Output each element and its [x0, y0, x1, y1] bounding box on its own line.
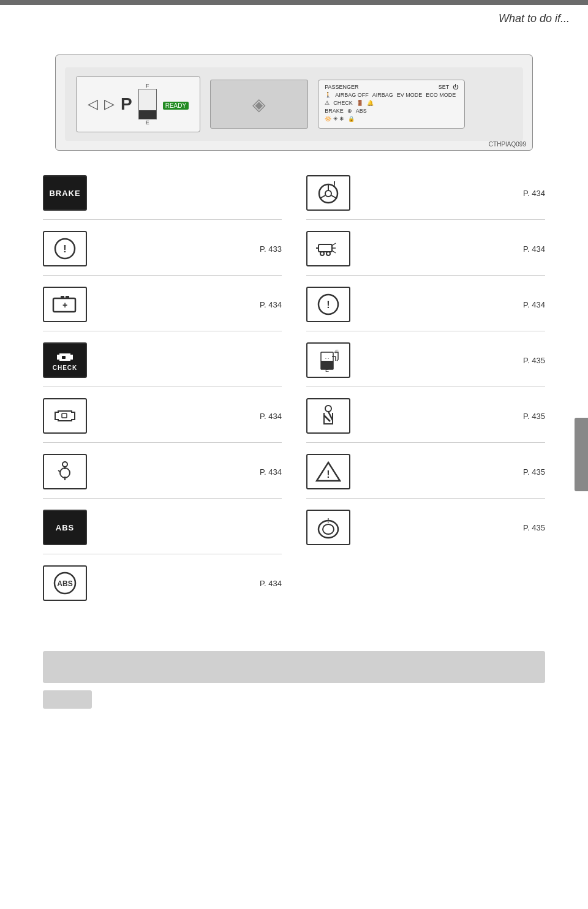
bell-icon: 🔔	[367, 100, 374, 106]
svg-text:+: +	[62, 300, 67, 310]
battery-icon: +	[51, 293, 78, 315]
engine-light-icon	[52, 405, 78, 427]
power-icon: ⏻	[453, 84, 458, 90]
warning-abs-text: ABS	[43, 510, 282, 554]
set-label: SET	[439, 84, 450, 90]
cluster-row-1: PASSENGER SET ⏻	[325, 84, 458, 90]
cluster-left: ◁ ▷ P F E READY	[76, 76, 200, 132]
abs-text-box: ABS	[43, 510, 87, 545]
fuel-gauge-cluster: F E	[138, 83, 157, 126]
svg-text:!: !	[333, 181, 336, 189]
svg-text:!: !	[63, 244, 66, 254]
warning-steering: ! P. 434	[306, 175, 545, 220]
warning-master2: ! P. 434	[306, 287, 545, 331]
warning-seatbelt: P. 435	[306, 398, 545, 443]
ready-badge-container: READY	[163, 99, 189, 110]
warning-engine-light: P. 434	[43, 398, 282, 443]
engine-icon-dark	[55, 350, 75, 364]
brake-icon-box: BRAKE	[43, 175, 87, 211]
lock-icon: 🔒	[348, 116, 355, 122]
warning-brake: BRAKE	[43, 175, 282, 220]
svg-text:E: E	[325, 367, 329, 373]
fuel-f-label: F	[146, 83, 149, 89]
image-code-label: CTHPIAQ099	[489, 141, 526, 148]
abs-page-ref: P. 434	[255, 579, 282, 588]
person-icon: 🚶	[325, 92, 331, 98]
svg-point-9	[60, 468, 70, 478]
brake-label: BRAKE	[325, 108, 344, 114]
dashboard-inner: ◁ ▷ P F E READY ◈ PASSENGER SET ⏻	[65, 67, 523, 141]
steering-icon-box: !	[306, 175, 350, 211]
seatbelt-page-ref: P. 435	[518, 412, 545, 421]
brake-label: BRAKE	[49, 189, 80, 198]
slip-icon-box	[306, 231, 350, 266]
warning-tire: ! P. 435	[306, 510, 545, 554]
bottom-section	[0, 651, 588, 709]
warning-check-engine-text: CHECK	[43, 342, 282, 387]
cluster-row-4: BRAKE ⊕ ABS	[325, 108, 458, 114]
airbag-off-label: AIRBAG OFF	[335, 92, 369, 98]
svg-rect-7	[62, 413, 67, 418]
svg-point-16	[325, 190, 331, 197]
svg-line-12	[58, 470, 60, 472]
door-icon: 🚪	[356, 100, 363, 106]
side-tab	[575, 418, 588, 491]
master2-icon-box: !	[306, 287, 350, 322]
svg-text:!: !	[327, 518, 329, 524]
battery-page-ref: P. 434	[255, 300, 282, 309]
warning-srs: P. 434	[43, 454, 282, 499]
dashboard-illustration: ◁ ▷ P F E READY ◈ PASSENGER SET ⏻	[55, 55, 533, 151]
left-column: BRAKE ! P. 433	[43, 175, 282, 620]
fuel-page-ref: P. 435	[518, 356, 545, 365]
seatbelt-icon-box	[306, 398, 350, 434]
svg-text:!: !	[326, 300, 330, 310]
engine-light-page-ref: P. 434	[255, 412, 282, 421]
master-cylinder-page-ref: P. 433	[255, 244, 282, 254]
abs-label-cluster: ABS	[356, 108, 367, 114]
warning-abs-circle: ABS P. 434	[43, 565, 282, 609]
master2-icon: !	[316, 293, 341, 315]
svg-rect-21	[318, 244, 332, 252]
page-title: What to do if...	[499, 12, 570, 25]
fuel-fill	[139, 110, 156, 119]
svg-text:- -: - -	[325, 356, 330, 360]
check-engine-box: CHECK	[43, 342, 87, 378]
fuel-e-label: E	[146, 119, 149, 126]
svg-point-22	[320, 252, 324, 255]
warning-caution: ! P. 435	[306, 454, 545, 499]
warning-battery: + P. 434	[43, 287, 282, 331]
cluster-row-2: 🚶 AIRBAG OFF AIRBAG EV MODE ECO MODE	[325, 92, 458, 98]
page-header: What to do if...	[0, 5, 588, 30]
warnings-grid: BRAKE ! P. 433	[43, 175, 545, 620]
slip-page-ref: P. 434	[518, 244, 545, 254]
svg-point-37	[323, 524, 334, 534]
svg-rect-6	[62, 356, 66, 359]
battery-icon-box: +	[43, 287, 87, 322]
steering-page-ref: P. 434	[518, 189, 545, 198]
lights-icons: 🔆 ✳ ❄	[325, 116, 344, 122]
slip-icon	[315, 237, 342, 260]
cluster-row-3: ⚠ CHECK 🚪 🔔	[325, 100, 458, 106]
tire-icon-box: !	[306, 510, 350, 545]
steering-icon: !	[315, 181, 342, 205]
fuel-icon-box: F E - -	[306, 342, 350, 378]
engine-light-icon-box	[43, 398, 87, 434]
abs-circle-icon: ABS	[51, 571, 78, 595]
svg-point-33	[325, 405, 331, 412]
cluster-right: PASSENGER SET ⏻ 🚶 AIRBAG OFF AIRBAG EV M…	[318, 80, 465, 129]
svg-point-23	[326, 252, 330, 255]
bottom-small-box	[43, 690, 92, 709]
svg-rect-4	[66, 296, 69, 299]
abs-text-label: ABS	[56, 523, 74, 532]
caution-page-ref: P. 435	[518, 467, 545, 477]
warning-fuel: F E - - P. 435	[306, 342, 545, 387]
warning-triangle-icon: ⚠	[325, 100, 330, 106]
svg-text:ABS: ABS	[57, 579, 72, 588]
srs-page-ref: P. 434	[255, 467, 282, 477]
fuel-display-icon: F E - -	[315, 347, 342, 373]
center-screen-icon: ◈	[252, 94, 266, 115]
eco-mode-label: ECO MODE	[426, 92, 456, 98]
bottom-gray-box	[43, 651, 545, 683]
main-content: BRAKE ! P. 433	[0, 169, 588, 645]
srs-icon	[52, 461, 78, 483]
